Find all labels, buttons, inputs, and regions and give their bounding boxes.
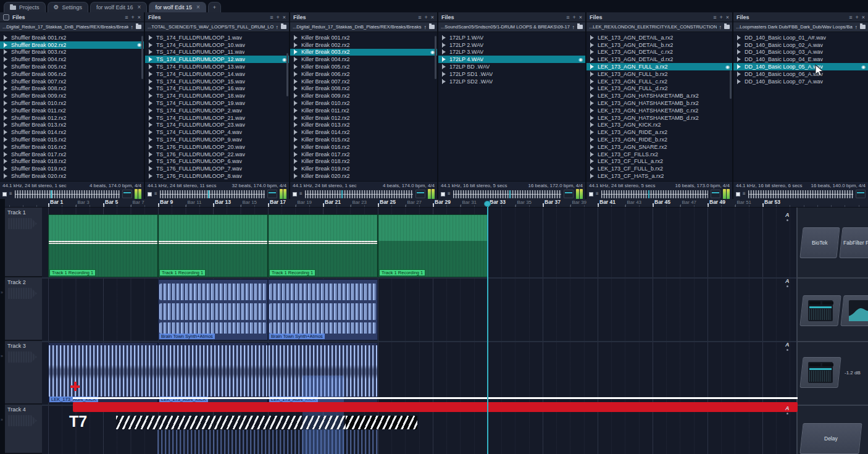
tab-for-wolf-edit-15[interactable]: for wolf Edit 15×: [149, 2, 206, 12]
automation-button[interactable]: A: [785, 342, 790, 351]
file-row[interactable]: TS_174_FULLDRUMLOOP_19.wav: [145, 99, 289, 107]
file-row[interactable]: Shuffler Break 016.rx2: [0, 143, 144, 151]
up-arrow-icon[interactable]: ↑: [131, 24, 134, 30]
file-row[interactable]: LEK_173_AGN_FULL_d.rx2: [586, 85, 732, 93]
waveform-preview[interactable]: [160, 190, 265, 198]
file-row[interactable]: TS_174_FULLDRUMLOOP_15.wav: [145, 78, 289, 85]
waveform-preview[interactable]: [305, 190, 413, 198]
file-row[interactable]: Killer Break 012.rx2: [290, 114, 437, 122]
add-icon[interactable]: +: [719, 14, 722, 20]
file-row[interactable]: Shuffler Break 012.rx2: [0, 114, 144, 122]
close-icon[interactable]: ×: [862, 14, 865, 20]
loop-sync-box[interactable]: [856, 190, 866, 198]
file-row[interactable]: Killer Break 009.rx2: [290, 92, 437, 99]
file-row[interactable]: Killer Break 019.rx2: [290, 165, 437, 172]
close-icon[interactable]: ×: [138, 14, 141, 20]
track-header-track-4[interactable]: Track 4: [5, 405, 42, 454]
track-io-tag[interactable]: [7, 288, 37, 299]
path-bar[interactable]: ...Digital_Redux_17_Stakkas_DnB_Plates/R…: [290, 22, 437, 32]
path-bar[interactable]: ...TOTAL_SCIENCE/TS_WAV_LOOPS/TS_FULL_DR…: [145, 22, 289, 32]
file-row[interactable]: TS_174_FULLDRUMLOOP_1.wav: [145, 34, 289, 41]
up-arrow-icon[interactable]: ↑: [424, 24, 427, 30]
file-row[interactable]: TS_174_FULLDRUMLOOP_13.wav: [145, 63, 289, 70]
file-row[interactable]: LEK_173_AGN_HATSHAKETAMB_b.rx2: [586, 99, 732, 107]
file-row[interactable]: TS_174_FULLDRUMLOOP_10.wav: [145, 41, 289, 49]
file-row[interactable]: DD_140_Basic Loop_06_A.wav: [733, 70, 868, 78]
folder-icon[interactable]: [281, 25, 286, 29]
file-row[interactable]: Shuffler Break 011.rx2: [0, 107, 144, 114]
file-row[interactable]: Killer Break 005.rx2: [290, 63, 437, 70]
close-icon[interactable]: ×: [196, 5, 200, 10]
up-arrow-icon[interactable]: ↑: [572, 24, 575, 30]
path-bar[interactable]: ...SoundScan05/Sndscn05/1-DRUM LOOPS & B…: [438, 22, 585, 32]
loop-sync-box[interactable]: [122, 190, 132, 198]
path-bar[interactable]: ...Loopmasters Dark Dub/FBB_Dark_Dub/Wav…: [733, 22, 868, 32]
file-row[interactable]: TS_174_FULLDRUMLOOP_12.wav◉: [145, 56, 289, 63]
loop-sync-box[interactable]: [564, 190, 574, 198]
tab-settings[interactable]: ⚙Settings: [48, 2, 89, 12]
menu-icon[interactable]: ≡: [566, 14, 569, 20]
add-icon[interactable]: +: [424, 14, 427, 20]
file-row[interactable]: Killer Break 016.rx2: [290, 143, 437, 151]
panel-corner-icon[interactable]: [3, 14, 9, 20]
file-row[interactable]: LEK_173_AGN_DETAIL_c.rx2: [586, 49, 732, 56]
plugin-button-fabfilter-pro[interactable]: FabFilter Pro-: [839, 227, 868, 258]
audio-clip-kick[interactable]: LEK_173_AGN_KICK: [268, 343, 378, 403]
file-row[interactable]: 172LP SD2 .WAV: [438, 78, 585, 85]
file-row[interactable]: TS_176_FULLDRUMLOOP_7.wav: [145, 165, 289, 172]
file-row[interactable]: Shuffler Break 020.rx2: [0, 172, 144, 180]
scrollbar-thumb[interactable]: [286, 53, 288, 96]
add-icon[interactable]: +: [276, 14, 279, 20]
file-row[interactable]: Shuffler Break 018.rx2: [0, 158, 144, 166]
file-row[interactable]: Shuffler Break 006.rx2: [0, 70, 144, 78]
file-row[interactable]: Killer Break 014.rx2: [290, 128, 437, 136]
file-row[interactable]: 172LP 3.WAV: [438, 49, 585, 56]
audio-clip-kick[interactable]: LEK_173_AGN_KICK: [158, 343, 268, 403]
file-row[interactable]: LEK_173_AGN_DETAIL_b.rx2: [586, 41, 732, 49]
menu-icon[interactable]: ≡: [849, 14, 852, 20]
file-row[interactable]: Killer Break 020.rx2: [290, 172, 437, 180]
audio-clip-synth[interactable]: Brain Town Synth+Atmos: [158, 279, 268, 340]
file-row[interactable]: LEK_173_AGN_DETAIL_d.rx2: [586, 56, 732, 63]
file-row[interactable]: LEK_173_AGN_FULL_b.rx2: [586, 70, 732, 78]
audio-clip-synth[interactable]: Brain Town Synth+Atmos: [268, 279, 378, 340]
audio-clip-recording[interactable]: Track 1 Recording 1: [268, 214, 378, 277]
autoplay-checkbox[interactable]: [736, 192, 740, 196]
file-row[interactable]: LEK_173_CF_FULL_b.rx2: [586, 165, 732, 172]
file-row[interactable]: Shuffler Break 019.rx2: [0, 165, 144, 172]
autoplay-checkbox[interactable]: [441, 192, 445, 196]
file-row[interactable]: 172LP 1.WAV: [438, 34, 585, 41]
automation-button[interactable]: A: [785, 406, 790, 414]
audio-clip-kick[interactable]: LEK_173_AGN_KICK: [48, 343, 158, 403]
file-row[interactable]: LEK_173_AGN_DETAIL_a.rx2: [586, 34, 732, 41]
file-row[interactable]: Killer Break 004.rx2: [290, 56, 437, 63]
file-row[interactable]: LEK_173_AGN_HATSHAKETAMB_d.rx2: [586, 114, 732, 122]
file-row[interactable]: Shuffler Break 003.rx2: [0, 49, 144, 56]
file-row[interactable]: Shuffler Break 017.rx2: [0, 151, 144, 158]
scrollbar-thumb[interactable]: [435, 36, 436, 79]
plugin-device-filter-curve-thumbnail[interactable]: [840, 295, 868, 326]
add-icon[interactable]: +: [855, 14, 858, 20]
file-row[interactable]: TS_176_FULLDRUMLOOP_20.wav: [145, 143, 289, 151]
file-row[interactable]: Killer Break 017.rx2: [290, 151, 437, 158]
file-row[interactable]: LEK_173_AGN_RIDE_b.rx2: [586, 136, 732, 143]
add-icon[interactable]: +: [572, 14, 575, 20]
audio-clip-recording[interactable]: Track 1 Recording 1: [48, 214, 158, 277]
autoplay-checkbox[interactable]: [148, 192, 152, 196]
file-row[interactable]: TS_176_FULLDRUMLOOP_8.wav: [145, 172, 289, 180]
file-row[interactable]: DD_140_Basic Loop_01_A#.wav: [733, 34, 868, 41]
menu-icon[interactable]: ≡: [713, 14, 716, 20]
track-io-tag[interactable]: [7, 218, 37, 229]
fold-chevron-icon[interactable]: »: [1, 418, 3, 422]
menu-icon[interactable]: ≡: [270, 14, 273, 20]
folder-icon[interactable]: [136, 25, 141, 29]
track-header-track-2[interactable]: Track 2: [5, 277, 42, 341]
file-row[interactable]: TS_174_FULLDRUMLOOP_11.wav: [145, 49, 289, 56]
file-row[interactable]: TS_174_FULLDRUMLOOP_9.wav: [145, 136, 289, 143]
loop-sync-box[interactable]: [267, 190, 277, 198]
automation-button[interactable]: A: [785, 279, 790, 287]
footer-menu-icon[interactable]: ≡: [596, 191, 599, 196]
file-row[interactable]: Shuffler Break 015.rx2: [0, 136, 144, 143]
file-row[interactable]: DD_140_Basic Loop_02_A.wav: [733, 41, 868, 49]
file-row[interactable]: Shuffler Break 004.rx2: [0, 56, 144, 63]
